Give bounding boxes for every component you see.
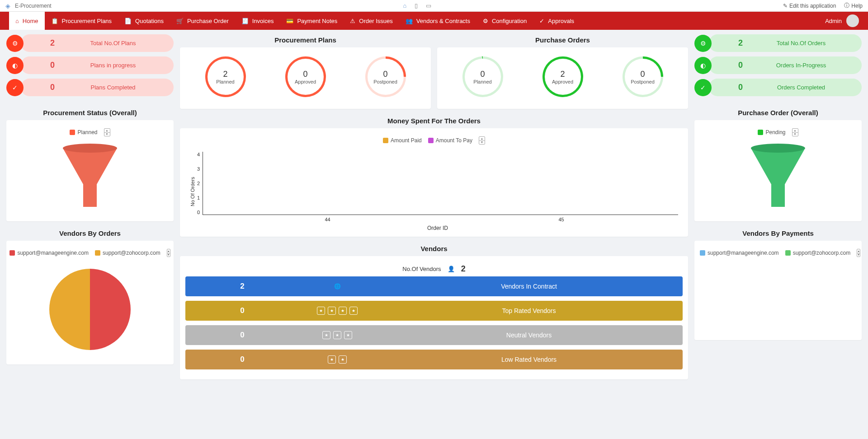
nav-icon: 💳 <box>286 18 293 24</box>
globe-icon: 🌐 <box>334 283 341 290</box>
x-tick: 45 <box>558 217 564 222</box>
nav-label: Quotations <box>135 18 164 24</box>
vendor-bar[interactable]: 0★★Low Rated Vendors <box>185 350 683 369</box>
stat-label: Plans Completed <box>61 84 165 91</box>
star-icon: ★ <box>328 307 336 315</box>
help-label: Help <box>851 3 863 9</box>
stat-pill: 0Plans Completed <box>21 79 174 96</box>
vendor-icons: ★★★★ <box>292 307 382 315</box>
nav-item-payment-notes[interactable]: 💳Payment Notes <box>280 12 344 30</box>
stat-label: Orders In-Progress <box>750 62 853 69</box>
donut: 0Postponed <box>365 56 406 97</box>
vendor-label: Vendors In Contract <box>382 283 675 290</box>
vendor-bar[interactable]: 0★★★★Top Rated Vendors <box>185 301 683 321</box>
admin-label: Admin <box>825 18 842 24</box>
nav-label: Vendors & Contracts <box>416 18 470 24</box>
vendor-label: Neutral Vendors <box>382 332 675 339</box>
donut-label: Planned <box>473 79 491 84</box>
help-link[interactable]: ⓘHelp <box>844 2 863 9</box>
stat-icon: ⚙ <box>694 35 712 52</box>
stat-icon: ⚙ <box>6 35 24 52</box>
nav-icon: ⚙ <box>483 18 488 24</box>
legend-box <box>9 250 15 256</box>
nav-label: Order Issues <box>359 18 392 24</box>
x-axis-label: Order ID <box>197 225 678 231</box>
stat-pill: 0Orders In-Progress <box>709 56 862 74</box>
nav-item-purchase-order[interactable]: 🛒Purchase Order <box>170 12 235 30</box>
legend-box <box>70 130 75 135</box>
vendor-count: 0 <box>193 331 292 340</box>
donut: 2Approved <box>542 56 583 97</box>
legend-label: Amount To Pay <box>436 137 472 144</box>
legend-spinner[interactable]: ▲▼ <box>857 249 860 257</box>
svg-point-1 <box>751 144 805 153</box>
vendor-count: 0 <box>193 355 292 364</box>
vendors-payments-title: Vendors By Payments <box>694 229 862 237</box>
person-icon: 👤 <box>448 266 455 272</box>
procurement-plans-card: 2Planned0Approved0Postponed <box>180 47 431 109</box>
donut-value: 0 <box>480 70 485 79</box>
legend-spinner[interactable]: ▲▼ <box>104 128 110 136</box>
desktop-icon[interactable]: ⌂ <box>403 2 406 9</box>
nav-item-configuration[interactable]: ⚙Configuration <box>476 12 533 30</box>
donut-wrap: 0Postponed <box>365 56 406 100</box>
nav-label: Payment Notes <box>297 18 337 24</box>
donut-label: Approved <box>552 79 573 84</box>
nav-item-home[interactable]: ⌂Home <box>9 12 45 30</box>
stat-value: 2 <box>43 38 61 48</box>
legend-spinner[interactable]: ▲▼ <box>167 249 170 257</box>
help-icon: ⓘ <box>844 2 849 9</box>
y-axis-label: No Of Orders <box>190 152 195 231</box>
vendors-orders-title: Vendors By Orders <box>6 229 174 237</box>
legend-spinner[interactable]: ▲▼ <box>792 128 798 136</box>
stat-pill: 2Total No.Of Plans <box>21 34 174 52</box>
vendor-icons: ★★★ <box>292 331 382 339</box>
proc-status-card: Planned ▲▼ <box>6 120 174 221</box>
star-icon: ★ <box>333 331 341 339</box>
nav-item-order-issues[interactable]: ⚠Order Issues <box>344 12 399 30</box>
nav-item-vendors-contracts[interactable]: 👥Vendors & Contracts <box>399 12 476 30</box>
stat-label: Total No.Of Orders <box>750 40 853 47</box>
mobile-icon[interactable]: ▭ <box>426 2 431 9</box>
po-overall-card: Pending ▲▼ <box>694 120 862 221</box>
nav-label: Procurement Plans <box>62 18 112 24</box>
edit-application-link[interactable]: ✎Edit this application <box>783 3 836 9</box>
stat-pill: 0Plans in progress <box>21 56 174 74</box>
stat-icon: ◐ <box>694 57 712 74</box>
vendors-card: No.Of Vendors 👤 2 2🌐Vendors In Contract0… <box>180 256 688 379</box>
star-icon: ★ <box>344 331 352 339</box>
nav-item-quotations[interactable]: 📄Quotations <box>118 12 170 30</box>
nav-label: Configuration <box>492 18 527 24</box>
nav-item-procurement-plans[interactable]: 📋Procurement Plans <box>45 12 118 30</box>
vendors-count: 2 <box>461 264 466 274</box>
tablet-icon[interactable]: ▯ <box>415 2 418 9</box>
nav-label: Invoices <box>252 18 274 24</box>
vendor-count: 0 <box>193 306 292 315</box>
stat-row: ✓0Plans Completed <box>6 79 174 96</box>
vendor-count: 2 <box>193 282 292 291</box>
edit-label: Edit this application <box>789 3 836 9</box>
donut-wrap: 2Planned <box>205 56 246 100</box>
funnel-green-icon <box>746 144 810 211</box>
vendor-bar[interactable]: 0★★★Neutral Vendors <box>185 325 683 345</box>
legend-label: support@manageengine.com <box>708 250 779 256</box>
nav-icon: ✓ <box>539 18 544 24</box>
donut-value: 0 <box>303 70 307 79</box>
nav-label: Approvals <box>548 18 574 24</box>
procurement-plans-title: Procurement Plans <box>180 36 431 44</box>
nav-icon: 📋 <box>51 18 58 24</box>
donut-value: 2 <box>560 70 565 79</box>
app-logo-icon: ◈ <box>5 2 10 9</box>
po-overall-title: Purchase Order (Overall) <box>694 109 862 117</box>
legend-spinner[interactable]: ▲▼ <box>479 136 485 145</box>
avatar[interactable] <box>846 14 859 27</box>
stat-label: Plans in progress <box>61 62 165 69</box>
stat-icon: ◐ <box>6 57 24 74</box>
vendor-bar[interactable]: 2🌐Vendors In Contract <box>185 276 683 296</box>
nav-item-approvals[interactable]: ✓Approvals <box>533 12 580 30</box>
legend-label: Amount Paid <box>391 137 422 144</box>
nav-icon: 🧾 <box>241 18 249 24</box>
purchase-orders-card: 0Planned2Approved0Postponed <box>437 47 688 109</box>
nav-item-invoices[interactable]: 🧾Invoices <box>235 12 280 30</box>
svg-point-0 <box>63 144 117 153</box>
